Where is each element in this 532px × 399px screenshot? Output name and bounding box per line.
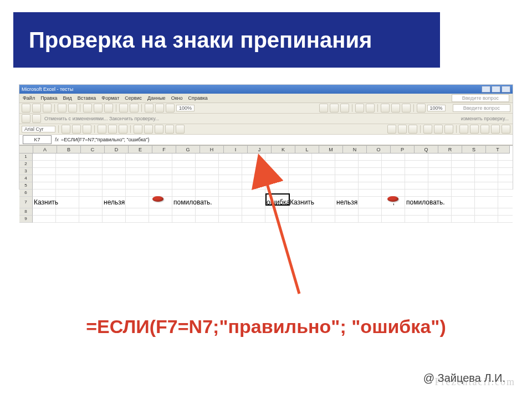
review-toolbar[interactable]: Отменить с изменениями... Закончить пров… bbox=[19, 114, 513, 124]
sort-desc-icon[interactable] bbox=[155, 104, 164, 112]
cell-G7[interactable]: помиловать. bbox=[172, 197, 196, 208]
row-6[interactable]: 6 bbox=[19, 190, 33, 197]
align-center-icon-2[interactable] bbox=[434, 125, 443, 134]
menu-data[interactable]: Данные bbox=[147, 95, 166, 101]
menu-tools[interactable]: Сервис bbox=[125, 95, 142, 101]
cell-L7[interactable]: Казнить bbox=[289, 197, 312, 208]
comment-icon[interactable] bbox=[32, 114, 41, 123]
cell-Q7[interactable]: помиловать. bbox=[405, 197, 428, 208]
col-A[interactable]: A bbox=[33, 146, 57, 154]
col-O[interactable]: O bbox=[367, 146, 391, 154]
align-right-icon[interactable] bbox=[119, 125, 127, 134]
row-headers[interactable]: 1 2 3 4 5 6 7 8 9 bbox=[19, 154, 33, 223]
spreadsheet-grid[interactable]: A B C D E F G H I J K L M N O P Q R S T … bbox=[19, 145, 513, 223]
col-R[interactable]: R bbox=[438, 146, 462, 154]
menu-format[interactable]: Формат bbox=[101, 95, 119, 101]
minimize-icon[interactable] bbox=[482, 86, 490, 93]
col-B[interactable]: B bbox=[57, 146, 81, 154]
col-T[interactable]: T bbox=[486, 146, 510, 154]
align-center-icon[interactable] bbox=[108, 125, 117, 134]
row-2[interactable]: 2 bbox=[19, 161, 33, 168]
font-color-icon[interactable] bbox=[176, 125, 185, 134]
menu-view[interactable]: Вид bbox=[63, 95, 72, 101]
col-F[interactable]: F bbox=[152, 146, 176, 154]
preview-icon-2[interactable] bbox=[366, 104, 375, 112]
col-H[interactable]: H bbox=[200, 146, 224, 154]
cell-K7[interactable]: ошибка bbox=[265, 197, 289, 208]
print-icon[interactable] bbox=[58, 104, 66, 112]
new-icon[interactable] bbox=[22, 104, 30, 112]
cell-A7[interactable]: Казнить bbox=[33, 197, 56, 208]
col-S[interactable]: S bbox=[462, 146, 486, 154]
maximize-icon[interactable] bbox=[492, 86, 500, 93]
menu-file[interactable]: Файл bbox=[23, 95, 35, 101]
zoom-box[interactable]: 100% bbox=[176, 105, 195, 111]
new-icon-2[interactable] bbox=[319, 104, 328, 112]
row-1[interactable]: 1 bbox=[19, 154, 33, 161]
col-L[interactable]: L bbox=[295, 146, 319, 154]
cell-N7[interactable]: нельзя bbox=[335, 197, 359, 208]
bold-icon[interactable] bbox=[62, 125, 70, 134]
redo-icon[interactable] bbox=[130, 104, 139, 112]
italic-icon[interactable] bbox=[72, 125, 81, 134]
preview-icon[interactable] bbox=[68, 104, 77, 112]
col-I[interactable]: I bbox=[224, 146, 248, 154]
select-all-corner[interactable] bbox=[19, 146, 33, 154]
formula-bar[interactable]: K7 fx =ЕСЛИ(F7=N7;"правильно"; "ошибка") bbox=[19, 135, 513, 145]
undo-icon[interactable] bbox=[119, 104, 128, 112]
col-M[interactable]: M bbox=[319, 146, 343, 154]
row-8[interactable]: 8 bbox=[19, 208, 33, 216]
print-icon-2[interactable] bbox=[355, 104, 364, 112]
col-Q[interactable]: Q bbox=[415, 146, 438, 154]
col-D[interactable]: D bbox=[105, 146, 129, 154]
col-G[interactable]: G bbox=[176, 146, 200, 154]
cut-icon[interactable] bbox=[83, 104, 92, 112]
cells-area[interactable]: Казнить нельзя помиловать. ошибка Казнит… bbox=[33, 154, 513, 223]
col-E[interactable]: E bbox=[129, 146, 152, 154]
row-7[interactable]: 7 bbox=[19, 197, 33, 208]
chart-icon-2[interactable] bbox=[417, 104, 426, 112]
paste-icon[interactable] bbox=[104, 104, 113, 112]
review-icon[interactable] bbox=[22, 114, 30, 123]
close-icon[interactable] bbox=[502, 86, 510, 93]
percent-icon-2[interactable] bbox=[470, 125, 479, 134]
menu-window[interactable]: Окно bbox=[171, 95, 183, 101]
currency-icon[interactable] bbox=[134, 125, 142, 134]
menu-bar[interactable]: Файл Правка Вид Вставка Формат Сервис Да… bbox=[19, 94, 513, 103]
zoom-box-2[interactable]: 100% bbox=[427, 105, 446, 111]
cell-D7[interactable]: нельзя bbox=[103, 197, 126, 208]
open-icon[interactable] bbox=[32, 104, 41, 112]
font-name-box[interactable]: Arial Cyr bbox=[22, 126, 55, 132]
menu-edit[interactable]: Правка bbox=[40, 95, 57, 101]
col-P[interactable]: P bbox=[391, 146, 415, 154]
column-headers[interactable]: A B C D E F G H I J K L M N O P Q R S T bbox=[19, 146, 513, 154]
name-box[interactable]: K7 bbox=[23, 135, 52, 144]
help-search-box[interactable]: Введите вопрос bbox=[452, 94, 509, 102]
help-search-box-2[interactable]: Введите вопрос bbox=[453, 104, 510, 112]
italic-icon-2[interactable] bbox=[398, 125, 407, 134]
cut-icon-2[interactable] bbox=[381, 104, 390, 112]
paste-icon-2[interactable] bbox=[402, 104, 411, 112]
bold-icon-2[interactable] bbox=[387, 125, 396, 134]
align-left-icon[interactable] bbox=[98, 125, 106, 134]
currency-icon-2[interactable] bbox=[459, 125, 468, 134]
formula-content[interactable]: =ЕСЛИ(F7=N7;"правильно"; "ошибка") bbox=[61, 137, 150, 142]
font-color-icon-2[interactable] bbox=[502, 125, 510, 134]
col-K[interactable]: K bbox=[272, 146, 295, 154]
percent-icon[interactable] bbox=[144, 125, 153, 134]
borders-icon[interactable] bbox=[155, 125, 163, 134]
fill-color-icon-2[interactable] bbox=[491, 125, 500, 134]
copy-icon-2[interactable] bbox=[391, 104, 400, 112]
underline-icon[interactable] bbox=[83, 125, 91, 134]
col-C[interactable]: C bbox=[81, 146, 105, 154]
standard-toolbar[interactable]: 100% 100% Введите вопрос bbox=[19, 103, 513, 114]
data-row-7[interactable]: Казнить нельзя помиловать. ошибка Казнит… bbox=[33, 197, 513, 208]
borders-icon-2[interactable] bbox=[480, 125, 489, 134]
align-left-icon-2[interactable] bbox=[423, 125, 432, 134]
fill-color-icon[interactable] bbox=[165, 125, 174, 134]
row-5[interactable]: 5 bbox=[19, 182, 33, 190]
menu-insert[interactable]: Вставка bbox=[78, 95, 96, 101]
underline-icon-2[interactable] bbox=[408, 125, 417, 134]
window-controls[interactable] bbox=[482, 86, 510, 93]
row-9[interactable]: 9 bbox=[19, 216, 33, 223]
